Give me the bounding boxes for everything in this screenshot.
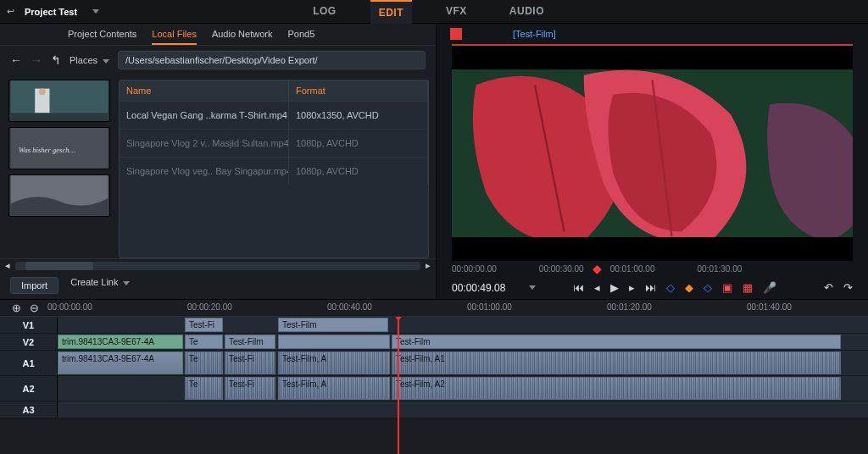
viewer-timeline[interactable]: 00:00:00.00 00:00:30.00 ◆ 00:01:00.00 00… [437, 261, 868, 276]
col-format[interactable]: Format [289, 80, 428, 101]
go-end-icon[interactable]: ⏭ [645, 281, 656, 294]
file-row[interactable]: Local Vegan Gang ..karma T-Shirt.mp4 108… [120, 101, 428, 129]
track-a1: A1 trim.98413CA3-9E67-4ATeTest-FiTest-Fi… [0, 351, 868, 376]
scroll-left-icon[interactable]: ◂ [5, 260, 10, 271]
timeline-clip[interactable] [278, 335, 390, 349]
timeline-clip[interactable]: Test-Film, A1 [392, 352, 841, 374]
col-name[interactable]: Name [120, 80, 289, 101]
timeline-clip[interactable]: Te [185, 335, 223, 349]
scroll-right-icon[interactable]: ▸ [426, 260, 431, 271]
workspace-tabs: LOG EDIT VFX AUDIO [304, 0, 553, 24]
horizontal-scrollbar[interactable]: ◂ ▸ [0, 258, 436, 272]
svg-point-2 [39, 89, 46, 96]
project-name[interactable]: Project Test [25, 7, 77, 17]
timecode-display[interactable]: 00:00:49.08 [452, 282, 505, 294]
timeline-clip[interactable]: Test-Film [225, 335, 275, 349]
track-label[interactable]: A1 [0, 351, 58, 375]
subtab-local-files[interactable]: Local Files [152, 29, 197, 45]
overwrite-icon[interactable]: ▦ [743, 281, 753, 294]
svg-text:Was bisher gesch…: Was bisher gesch… [19, 146, 76, 154]
timeline-clip[interactable]: Test-Film [278, 318, 388, 332]
timeline-clip[interactable]: trim.98413CA3-9E67-4A [58, 335, 183, 349]
clip-thumbnail[interactable]: Was bisher gesch… [8, 127, 110, 169]
viewer-title[interactable]: [Test-Film] [513, 29, 556, 39]
track-label[interactable]: V1 [0, 317, 58, 333]
step-forward-icon[interactable]: ▸ [629, 281, 635, 294]
mark-out-icon[interactable]: ◇ [704, 281, 712, 294]
places-label: Places [70, 55, 97, 65]
import-button[interactable]: Import [10, 277, 58, 294]
file-row[interactable]: Singapore Vlog veg.. Bay Singapur.mp4 10… [120, 157, 428, 185]
undo-icon[interactable]: ↶ [824, 281, 833, 294]
svg-rect-3 [10, 113, 108, 121]
browser-actions: Import Create Link [0, 272, 436, 299]
nav-up-icon[interactable]: ↰ [51, 53, 61, 67]
chevron-down-icon [123, 281, 130, 285]
file-row[interactable]: Singapore Vlog 2 v.. Masjid Sultan.mp4 1… [120, 129, 428, 157]
timeline-clip[interactable]: Test-Film [392, 335, 841, 349]
track-label[interactable]: V2 [0, 334, 58, 350]
go-start-icon[interactable]: ⏮ [573, 281, 584, 294]
play-icon[interactable]: ▶ [610, 281, 619, 294]
create-link-button[interactable]: Create Link [70, 277, 130, 294]
playhead-diamond-icon[interactable]: ◆ [593, 262, 602, 275]
nav-forward-icon[interactable]: → [31, 53, 42, 67]
file-area: Was bisher gesch… Name Format Local Vega… [0, 75, 436, 258]
track-body[interactable] [58, 401, 868, 418]
timeline-clip[interactable]: Test-Film, A [278, 352, 390, 374]
timeline-clip[interactable]: Test-Fi [225, 352, 275, 374]
insert-icon[interactable]: ▣ [722, 281, 732, 294]
tab-edit[interactable]: EDIT [370, 0, 412, 24]
back-arrow-icon[interactable]: ↩ [7, 6, 14, 17]
project-menu-icon[interactable] [92, 9, 99, 14]
ruler-mark: 00:01:20.00 [607, 302, 652, 312]
track-v1: V1 Test-FiTest-Film [0, 317, 868, 334]
file-format: 1080p, AVCHD [289, 130, 428, 157]
subtab-pond5[interactable]: Pond5 [287, 29, 314, 45]
places-dropdown[interactable]: Places [70, 55, 109, 65]
track-label[interactable]: A2 [0, 376, 58, 401]
thumbnail-column: Was bisher gesch… [0, 75, 119, 258]
mark-in-icon[interactable]: ◇ [666, 281, 675, 294]
timecode-menu-icon[interactable] [529, 285, 536, 290]
timeline-clip[interactable]: Te [185, 377, 223, 400]
clip-thumbnail[interactable] [8, 80, 110, 122]
scroll-track[interactable] [15, 262, 420, 270]
tab-log[interactable]: LOG [304, 0, 345, 24]
playhead[interactable] [398, 317, 399, 454]
timeline-clip[interactable]: Test-Fi [225, 377, 275, 400]
browser-panel: Project Contents Local Files Audio Netwo… [0, 24, 437, 299]
step-back-icon[interactable]: ◂ [594, 281, 600, 294]
timeline-clip[interactable]: trim.98413CA3-9E67-4A [58, 352, 183, 374]
ruler-mark: 00:00:40.00 [327, 302, 372, 312]
time-ruler[interactable]: 00:00:00.00 00:00:20.00 00:00:40.00 00:0… [47, 300, 868, 317]
track-label[interactable]: A3 [0, 401, 58, 418]
file-name: Local Vegan Gang ..karma T-Shirt.mp4 [120, 102, 289, 129]
timeline-clip[interactable]: Test-Film, A2 [392, 377, 841, 400]
clip-thumbnail[interactable] [8, 174, 110, 217]
file-name: Singapore Vlog veg.. Bay Singapur.mp4 [120, 158, 289, 185]
viewer-header: [Test-Film] [437, 24, 868, 44]
marker-icon[interactable]: ◆ [685, 281, 693, 294]
zoom-out-icon[interactable]: ⊖ [30, 302, 39, 314]
tab-audio[interactable]: AUDIO [501, 0, 553, 24]
timeline-clip[interactable]: Test-Film, A [278, 377, 390, 400]
track-body[interactable]: trim.98413CA3-9E67-4ATeTest-FilmTest-Fil… [58, 334, 868, 350]
timeline-clip[interactable]: Te [185, 352, 223, 374]
scroll-thumb[interactable] [25, 262, 93, 270]
timeline-clip[interactable]: Test-Fi [185, 318, 223, 332]
nav-back-icon[interactable]: ← [10, 53, 22, 67]
file-list: Name Format Local Vegan Gang ..karma T-S… [119, 80, 429, 258]
mic-icon[interactable]: 🎤 [763, 281, 776, 294]
track-body[interactable]: trim.98413CA3-9E67-4ATeTest-FiTest-Film,… [58, 351, 868, 375]
track-body[interactable]: TeTest-FiTest-Film, ATest-Film, A2 [58, 376, 868, 401]
zoom-in-icon[interactable]: ⊕ [12, 302, 21, 314]
subtab-audio-network[interactable]: Audio Network [212, 29, 273, 45]
path-field[interactable]: /Users/sebastianfischer/Desktop/Video Ex… [118, 51, 426, 69]
redo-icon[interactable]: ↷ [843, 281, 853, 294]
subtab-project-contents[interactable]: Project Contents [68, 29, 136, 45]
create-link-label: Create Link [70, 277, 118, 287]
video-viewer[interactable] [452, 44, 853, 261]
track-body[interactable]: Test-FiTest-Film [58, 317, 868, 333]
tab-vfx[interactable]: VFX [437, 0, 476, 24]
